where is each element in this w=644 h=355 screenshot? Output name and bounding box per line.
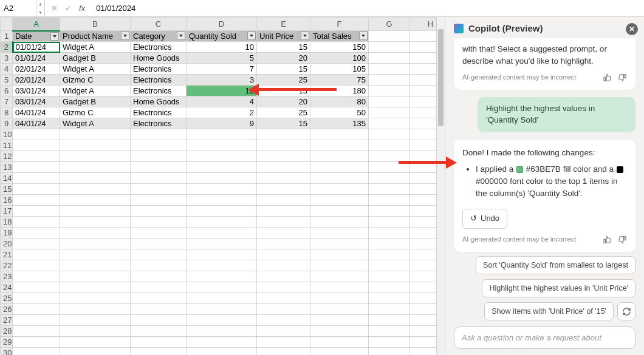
cell[interactable] — [60, 337, 131, 348]
cell[interactable]: 10 — [187, 42, 257, 53]
cell[interactable] — [369, 162, 410, 173]
cell[interactable] — [60, 249, 131, 260]
cell[interactable] — [310, 293, 369, 304]
cell[interactable]: 04/01/24 — [13, 118, 60, 129]
cell[interactable] — [60, 140, 131, 151]
cell[interactable] — [187, 217, 257, 228]
cell[interactable] — [60, 129, 131, 140]
cell[interactable] — [13, 228, 60, 238]
cell[interactable] — [310, 173, 369, 184]
cell[interactable] — [13, 326, 60, 337]
cell[interactable]: 9 — [187, 118, 257, 129]
cell[interactable] — [369, 260, 410, 271]
cell[interactable] — [310, 260, 369, 271]
table-header-cell[interactable]: Category — [131, 31, 187, 42]
cell[interactable] — [13, 184, 60, 195]
cell[interactable] — [310, 129, 369, 140]
cell[interactable] — [257, 217, 310, 228]
cell[interactable]: 02/01/24 — [13, 75, 60, 86]
cell[interactable] — [60, 271, 131, 282]
cell[interactable] — [369, 348, 410, 356]
cell[interactable] — [131, 206, 187, 217]
cell[interactable] — [131, 151, 187, 162]
cell[interactable] — [187, 162, 257, 173]
cell[interactable] — [257, 282, 310, 293]
cell[interactable] — [60, 184, 131, 195]
cell[interactable]: 12 — [187, 86, 257, 96]
thumbs-up-icon[interactable] — [603, 235, 612, 245]
cell[interactable] — [257, 162, 310, 173]
row-header[interactable]: 29 — [1, 337, 13, 348]
cell[interactable] — [310, 151, 369, 162]
scrollbar-thumb[interactable] — [438, 29, 444, 126]
cell[interactable]: Widget A — [60, 64, 131, 75]
row-header[interactable]: 26 — [1, 304, 13, 315]
spreadsheet[interactable]: ABCDEFGH 1DateProduct NameCategoryQuanti… — [0, 17, 445, 355]
cell[interactable] — [187, 228, 257, 238]
cell[interactable] — [13, 162, 60, 173]
cell[interactable] — [13, 206, 60, 217]
filter-dropdown-icon[interactable] — [121, 32, 129, 40]
cell[interactable] — [369, 293, 410, 304]
cell[interactable] — [13, 129, 60, 140]
cell[interactable] — [257, 326, 310, 337]
cell[interactable] — [257, 195, 310, 206]
cell[interactable] — [310, 337, 369, 348]
cell[interactable]: 25 — [257, 107, 310, 118]
cell[interactable]: 2 — [187, 107, 257, 118]
cell[interactable]: 20 — [257, 96, 310, 107]
row-header[interactable]: 10 — [1, 129, 13, 140]
cell[interactable] — [131, 271, 187, 282]
cell[interactable]: 105 — [310, 64, 369, 75]
row-header[interactable]: 13 — [1, 162, 13, 173]
row-header[interactable]: 24 — [1, 282, 13, 293]
row-header[interactable]: 21 — [1, 249, 13, 260]
cell[interactable]: 01/01/24 — [13, 42, 60, 53]
cell[interactable] — [131, 315, 187, 326]
cell[interactable] — [131, 238, 187, 249]
cell[interactable] — [60, 315, 131, 326]
vertical-scrollbar[interactable] — [436, 17, 445, 355]
cell[interactable] — [60, 238, 131, 249]
cell[interactable] — [257, 129, 310, 140]
cell[interactable] — [13, 315, 60, 326]
cell[interactable] — [60, 282, 131, 293]
cell[interactable]: 50 — [310, 107, 369, 118]
formula-input[interactable]: 01/01/2024 — [91, 4, 135, 13]
cell[interactable] — [310, 140, 369, 151]
suggestion-chip[interactable]: Show items with 'Unit Price' of '15' — [484, 302, 614, 320]
cell[interactable] — [13, 195, 60, 206]
cell[interactable] — [310, 162, 369, 173]
filter-dropdown-icon[interactable] — [301, 32, 309, 40]
cell[interactable] — [131, 282, 187, 293]
cell[interactable] — [187, 271, 257, 282]
cell[interactable] — [257, 348, 310, 356]
cell[interactable] — [187, 315, 257, 326]
cell[interactable] — [187, 260, 257, 271]
cell[interactable] — [310, 206, 369, 217]
cell[interactable] — [131, 337, 187, 348]
filter-dropdown-icon[interactable] — [359, 32, 368, 40]
cell[interactable] — [369, 315, 410, 326]
row-header[interactable]: 11 — [1, 140, 13, 151]
refresh-suggestions-button[interactable] — [617, 302, 635, 320]
column-header[interactable]: A — [13, 18, 60, 31]
cell[interactable]: 15 — [257, 42, 310, 53]
cell[interactable] — [369, 151, 410, 162]
cell[interactable] — [13, 140, 60, 151]
filter-dropdown-icon[interactable] — [177, 32, 185, 40]
cell[interactable] — [131, 260, 187, 271]
column-header[interactable]: F — [310, 18, 369, 31]
cell[interactable] — [310, 271, 369, 282]
cell[interactable] — [257, 249, 310, 260]
filter-dropdown-icon[interactable] — [247, 32, 256, 40]
row-header[interactable]: 30 — [1, 348, 13, 356]
cell[interactable] — [310, 217, 369, 228]
table-header-cell[interactable]: Quantity Sold — [187, 31, 257, 42]
row-header[interactable]: 8 — [1, 107, 13, 118]
row-header[interactable]: 14 — [1, 173, 13, 184]
cell[interactable]: 02/01/24 — [13, 64, 60, 75]
close-icon[interactable]: ✕ — [626, 23, 638, 35]
row-header[interactable]: 22 — [1, 260, 13, 271]
cell[interactable] — [131, 129, 187, 140]
